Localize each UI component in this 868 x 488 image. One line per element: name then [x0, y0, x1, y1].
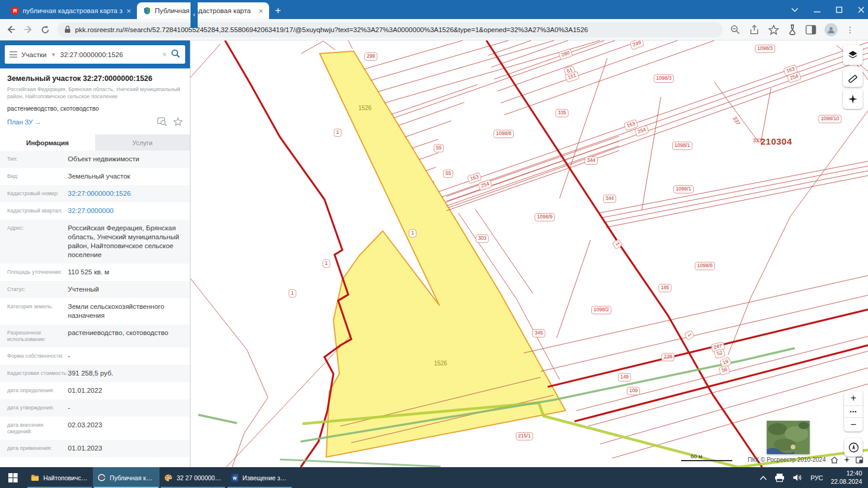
maximize-button[interactable]	[836, 7, 842, 13]
printer-icon[interactable]	[775, 473, 785, 482]
position-button[interactable]	[843, 89, 863, 109]
tab-close-icon[interactable]: ×	[258, 7, 263, 15]
info-row-value: Российская Федерация, Брянская область, …	[68, 224, 183, 259]
menu-burger-icon[interactable]	[10, 51, 17, 58]
forward-button[interactable]	[23, 24, 33, 35]
info-rows: Тип:Объект недвижимостиВид:Земельный уча…	[0, 151, 190, 457]
highlighted-parcel-1526	[320, 51, 566, 457]
folder-icon	[31, 473, 39, 482]
layers-button[interactable]	[843, 45, 863, 65]
info-row-value: растениеводство, скотоводство	[68, 329, 183, 343]
reload-button[interactable]	[40, 25, 50, 35]
taskbar-item-paint[interactable]: 32 27 0000000 15...	[160, 467, 226, 488]
map-parcel-label: 228	[661, 353, 675, 361]
info-row: Разрешенное использование:растениеводств…	[0, 324, 190, 348]
info-row-value-link[interactable]: 32:27:0000000:1526	[68, 189, 183, 198]
info-row-label: Адрес:	[7, 224, 68, 259]
paint-palette-icon	[164, 473, 173, 483]
home-icon[interactable]	[830, 456, 838, 464]
scale-bar: 60 м	[681, 453, 733, 461]
browser-tab-2[interactable]: Публичная кадастровая карта ×	[137, 2, 269, 19]
cadastral-map[interactable]: 2991098/32491632541098/3280611511098/101…	[191, 40, 868, 467]
tab-title: публичная кадастровая карта з	[23, 7, 123, 14]
map-parcel-label: 345	[532, 329, 545, 337]
tab-services[interactable]: Услуги	[95, 134, 191, 151]
map-parcel-label: 1098/6	[695, 262, 715, 270]
zoom-in-button[interactable]: +	[844, 391, 863, 405]
share-icon[interactable]	[749, 24, 760, 35]
ruler-icon	[847, 71, 858, 83]
zoom-out-button[interactable]: −	[844, 417, 863, 431]
taskbar-item-pkk[interactable]: Публичная кадаст...	[93, 467, 160, 488]
info-row: Кадастровая стоимость:391 258,5 руб.	[0, 365, 190, 382]
info-row: Адрес:Российская Федерация, Брянская обл…	[0, 220, 190, 264]
clear-search-icon[interactable]: ×	[162, 50, 167, 59]
windows-logo-icon	[8, 473, 18, 483]
map-parcel-label: 1098/1	[672, 142, 692, 150]
browser-tab-1[interactable]: Я публичная кадастровая карта з ×	[5, 2, 137, 19]
taskbar-item-word[interactable]: W Извещение з.у. 32 ...	[226, 467, 293, 488]
map-parcel-label: 335	[555, 109, 569, 117]
start-button[interactable]	[0, 467, 26, 488]
map-parcel-label: 210304	[760, 136, 792, 146]
bookmark-star-icon[interactable]	[768, 24, 779, 35]
side-panel-icon[interactable]	[805, 25, 816, 35]
taskbar-item-folder[interactable]: Найтоповичское С...	[26, 467, 93, 488]
info-row-value-link[interactable]: 32:27:0000000	[68, 207, 183, 215]
plan-zu-link[interactable]: План ЗУ →	[7, 118, 41, 126]
map-canvas[interactable]	[191, 40, 868, 467]
map-parcel-label: 1098/2	[591, 306, 611, 314]
map-parcel-label: 1098/1	[673, 185, 694, 193]
taskbar-clock[interactable]: 12:40 22.08.2024	[830, 470, 862, 485]
svg-text:W: W	[233, 476, 237, 480]
info-row: дата внесения сведений:02.03.2023	[0, 417, 190, 440]
search-icon[interactable]	[171, 49, 180, 61]
info-row: Кадастровый номер:32:27:0000000:1526	[0, 185, 190, 202]
tray-chevron-icon[interactable]	[760, 476, 767, 480]
search-category-select[interactable]: Участки	[21, 51, 46, 58]
extension-flask-icon[interactable]	[788, 24, 797, 35]
chevron-down-icon[interactable]: ▼	[51, 52, 56, 58]
tab-search-chevron-icon[interactable]	[791, 7, 798, 12]
parcel-address: Российская Федерация, Брянская область, …	[7, 86, 183, 100]
info-row-value: 01.01.2022	[68, 386, 183, 395]
info-row: дата утверждения:-	[0, 399, 190, 417]
zoom-more-button[interactable]: •••	[844, 405, 863, 417]
language-indicator[interactable]: РУС	[810, 474, 823, 481]
search-box[interactable]: Участки ▼ 32:27:0000000:1526 ×	[5, 45, 185, 64]
url-bar[interactable]: pkk.rosreestr.ru/#/search/52.72841005524…	[57, 22, 723, 37]
parcel-card: Земельный участок 32:27:0000000:1526 Рос…	[0, 68, 190, 131]
search-input[interactable]: 32:27:0000000:1526	[60, 51, 158, 58]
tab-close-icon[interactable]: ×	[126, 7, 131, 15]
zoom-indicator-icon[interactable]	[730, 24, 741, 35]
info-row-label: Тип:	[7, 155, 68, 164]
sidebar-filler	[0, 457, 190, 467]
info-row-label: Кадастровая стоимость:	[7, 369, 68, 378]
close-button[interactable]	[858, 7, 864, 13]
new-tab-button[interactable]: +	[275, 5, 281, 17]
info-row-label: дата определения:	[7, 386, 68, 395]
minimize-button[interactable]	[814, 7, 820, 13]
minimap-thumbnail[interactable]	[767, 421, 810, 454]
tab-title: Публичная кадастровая карта	[155, 7, 255, 14]
tab-information[interactable]: Информация	[0, 134, 95, 151]
map-parcel-label: 1	[409, 229, 417, 237]
preview-search-icon[interactable]	[157, 117, 167, 126]
extent-star-icon[interactable]	[843, 456, 851, 464]
windows-taskbar: Найтоповичское С... Публичная кадаст... …	[0, 467, 868, 488]
back-button[interactable]	[6, 24, 16, 35]
speaker-icon[interactable]	[792, 473, 803, 482]
measure-button[interactable]	[843, 67, 863, 87]
fullscreen-icon[interactable]	[855, 456, 863, 464]
profile-avatar[interactable]	[825, 23, 838, 36]
info-row: дата применения:01.01.2023	[0, 440, 190, 457]
layers-icon	[847, 49, 858, 61]
url-text: pkk.rosreestr.ru/#/search/52.72841005524…	[75, 26, 588, 33]
favorite-star-icon[interactable]	[173, 117, 183, 126]
info-row-label: Кадастровый квартал:	[7, 207, 68, 215]
sidebar-collapse-button[interactable]: ‹	[191, 0, 198, 28]
map-parcel-label: 109	[627, 387, 640, 395]
locate-me-button[interactable]	[844, 438, 863, 456]
map-parcel-label: 1098/10	[819, 115, 842, 123]
map-parcel-label: 299	[364, 52, 377, 61]
